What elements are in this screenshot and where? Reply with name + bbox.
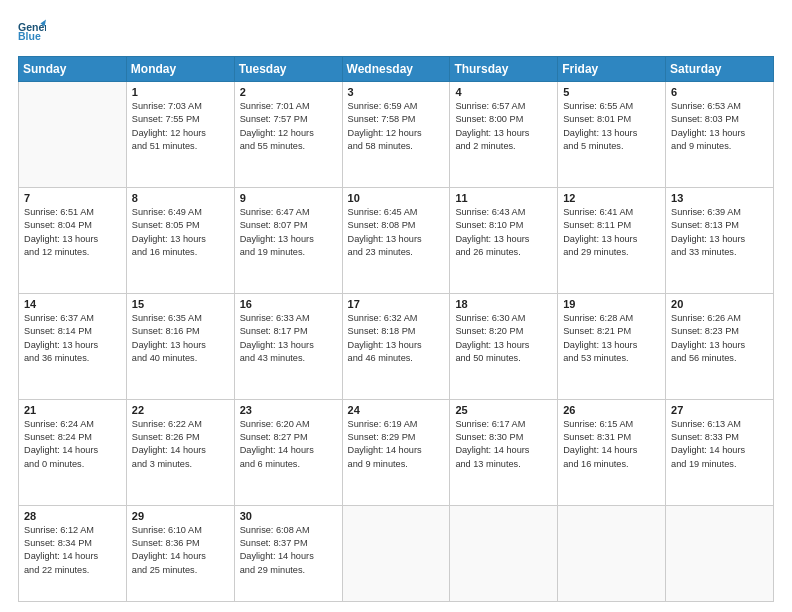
cell-info-line: Sunrise: 6:41 AM: [563, 206, 660, 219]
cell-info-line: Sunrise: 6:35 AM: [132, 312, 229, 325]
cell-info-line: and 19 minutes.: [240, 246, 337, 259]
weekday-header: Tuesday: [234, 57, 342, 82]
cell-info-line: Sunset: 8:11 PM: [563, 219, 660, 232]
cell-info-line: Sunset: 8:03 PM: [671, 113, 768, 126]
weekday-header: Sunday: [19, 57, 127, 82]
cell-info-line: and 23 minutes.: [348, 246, 445, 259]
cell-info-line: Sunset: 8:05 PM: [132, 219, 229, 232]
cell-info-line: Daylight: 13 hours: [240, 233, 337, 246]
cell-info-line: Sunset: 8:33 PM: [671, 431, 768, 444]
logo: General Blue: [18, 18, 46, 46]
cell-info-line: Daylight: 14 hours: [24, 444, 121, 457]
cell-info-line: and 16 minutes.: [563, 458, 660, 471]
cell-info-line: Daylight: 13 hours: [563, 339, 660, 352]
day-number: 15: [132, 298, 229, 310]
calendar-cell: 27Sunrise: 6:13 AMSunset: 8:33 PMDayligh…: [666, 399, 774, 505]
day-number: 11: [455, 192, 552, 204]
cell-info-line: Sunset: 8:13 PM: [671, 219, 768, 232]
cell-info-line: Daylight: 13 hours: [348, 339, 445, 352]
cell-info-line: Sunset: 8:18 PM: [348, 325, 445, 338]
calendar-cell: 23Sunrise: 6:20 AMSunset: 8:27 PMDayligh…: [234, 399, 342, 505]
weekday-header: Thursday: [450, 57, 558, 82]
cell-info-line: Daylight: 13 hours: [563, 233, 660, 246]
day-number: 2: [240, 86, 337, 98]
day-number: 21: [24, 404, 121, 416]
calendar-cell: 1Sunrise: 7:03 AMSunset: 7:55 PMDaylight…: [126, 82, 234, 188]
cell-info-line: Sunset: 8:27 PM: [240, 431, 337, 444]
cell-info-line: Sunrise: 6:13 AM: [671, 418, 768, 431]
cell-info-line: Daylight: 13 hours: [563, 127, 660, 140]
cell-info-line: Sunrise: 6:53 AM: [671, 100, 768, 113]
cell-info-line: Sunset: 8:01 PM: [563, 113, 660, 126]
calendar-cell: 24Sunrise: 6:19 AMSunset: 8:29 PMDayligh…: [342, 399, 450, 505]
day-number: 7: [24, 192, 121, 204]
cell-info-line: and 19 minutes.: [671, 458, 768, 471]
calendar-week-row: 1Sunrise: 7:03 AMSunset: 7:55 PMDaylight…: [19, 82, 774, 188]
day-number: 19: [563, 298, 660, 310]
day-number: 10: [348, 192, 445, 204]
day-number: 25: [455, 404, 552, 416]
calendar-table: SundayMondayTuesdayWednesdayThursdayFrid…: [18, 56, 774, 602]
cell-info-line: Sunrise: 6:55 AM: [563, 100, 660, 113]
cell-info-line: Sunset: 8:00 PM: [455, 113, 552, 126]
cell-info-line: and 55 minutes.: [240, 140, 337, 153]
cell-info-line: and 9 minutes.: [671, 140, 768, 153]
cell-info-line: Sunrise: 6:37 AM: [24, 312, 121, 325]
day-number: 28: [24, 510, 121, 522]
cell-info-line: and 29 minutes.: [563, 246, 660, 259]
calendar-cell: 25Sunrise: 6:17 AMSunset: 8:30 PMDayligh…: [450, 399, 558, 505]
cell-info-line: Sunset: 8:04 PM: [24, 219, 121, 232]
cell-info-line: Sunset: 8:37 PM: [240, 537, 337, 550]
day-number: 22: [132, 404, 229, 416]
calendar-cell: 18Sunrise: 6:30 AMSunset: 8:20 PMDayligh…: [450, 293, 558, 399]
cell-info-line: Daylight: 13 hours: [348, 233, 445, 246]
cell-info-line: and 0 minutes.: [24, 458, 121, 471]
calendar-cell: 5Sunrise: 6:55 AMSunset: 8:01 PMDaylight…: [558, 82, 666, 188]
calendar-cell: 11Sunrise: 6:43 AMSunset: 8:10 PMDayligh…: [450, 187, 558, 293]
cell-info-line: and 43 minutes.: [240, 352, 337, 365]
cell-info-line: Sunrise: 6:08 AM: [240, 524, 337, 537]
calendar-week-row: 7Sunrise: 6:51 AMSunset: 8:04 PMDaylight…: [19, 187, 774, 293]
calendar-cell: 22Sunrise: 6:22 AMSunset: 8:26 PMDayligh…: [126, 399, 234, 505]
cell-info-line: Daylight: 13 hours: [671, 339, 768, 352]
day-number: 12: [563, 192, 660, 204]
logo-icon: General Blue: [18, 18, 46, 46]
cell-info-line: Daylight: 13 hours: [132, 339, 229, 352]
cell-info-line: Daylight: 12 hours: [240, 127, 337, 140]
cell-info-line: Sunset: 8:10 PM: [455, 219, 552, 232]
cell-info-line: Daylight: 13 hours: [132, 233, 229, 246]
cell-info-line: and 36 minutes.: [24, 352, 121, 365]
cell-info-line: Sunset: 8:23 PM: [671, 325, 768, 338]
cell-info-line: and 56 minutes.: [671, 352, 768, 365]
calendar-cell: 8Sunrise: 6:49 AMSunset: 8:05 PMDaylight…: [126, 187, 234, 293]
cell-info-line: and 6 minutes.: [240, 458, 337, 471]
cell-info-line: and 50 minutes.: [455, 352, 552, 365]
cell-info-line: Sunset: 8:26 PM: [132, 431, 229, 444]
cell-info-line: Sunset: 8:14 PM: [24, 325, 121, 338]
cell-info-line: Sunrise: 6:12 AM: [24, 524, 121, 537]
cell-info-line: Sunrise: 6:51 AM: [24, 206, 121, 219]
calendar-cell: 10Sunrise: 6:45 AMSunset: 8:08 PMDayligh…: [342, 187, 450, 293]
calendar-cell: 20Sunrise: 6:26 AMSunset: 8:23 PMDayligh…: [666, 293, 774, 399]
day-number: 20: [671, 298, 768, 310]
cell-info-line: and 9 minutes.: [348, 458, 445, 471]
cell-info-line: Sunset: 8:16 PM: [132, 325, 229, 338]
page: General Blue SundayMondayTuesdayWednesda…: [0, 0, 792, 612]
cell-info-line: Sunrise: 6:47 AM: [240, 206, 337, 219]
calendar-cell: 13Sunrise: 6:39 AMSunset: 8:13 PMDayligh…: [666, 187, 774, 293]
cell-info-line: Daylight: 14 hours: [24, 550, 121, 563]
cell-info-line: Sunrise: 6:22 AM: [132, 418, 229, 431]
cell-info-line: and 12 minutes.: [24, 246, 121, 259]
calendar-cell: 26Sunrise: 6:15 AMSunset: 8:31 PMDayligh…: [558, 399, 666, 505]
day-number: 8: [132, 192, 229, 204]
cell-info-line: Sunset: 8:20 PM: [455, 325, 552, 338]
cell-info-line: Daylight: 14 hours: [671, 444, 768, 457]
cell-info-line: and 22 minutes.: [24, 564, 121, 577]
day-number: 18: [455, 298, 552, 310]
day-number: 13: [671, 192, 768, 204]
cell-info-line: Sunset: 8:30 PM: [455, 431, 552, 444]
weekday-header: Monday: [126, 57, 234, 82]
cell-info-line: Sunset: 8:07 PM: [240, 219, 337, 232]
cell-info-line: Sunset: 8:17 PM: [240, 325, 337, 338]
cell-info-line: Daylight: 14 hours: [348, 444, 445, 457]
